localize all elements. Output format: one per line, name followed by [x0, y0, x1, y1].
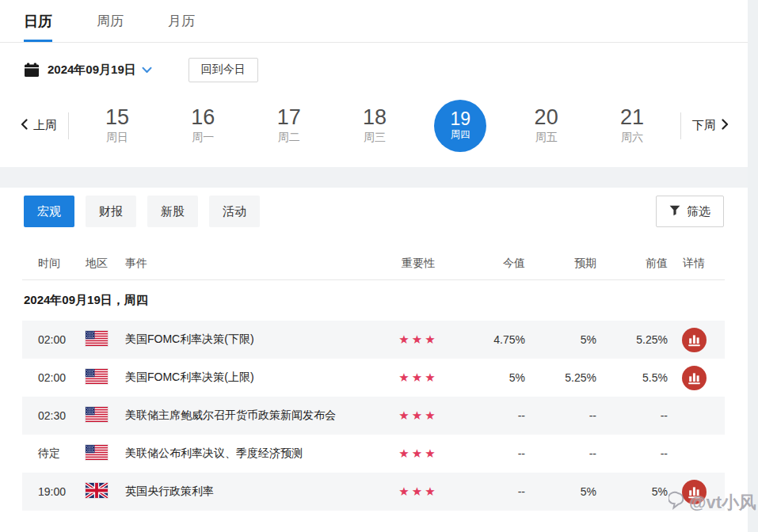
forecast-value: -- [525, 447, 596, 460]
day-number: 19 [451, 109, 471, 128]
detail-cell [668, 328, 720, 352]
previous-value: 5.25% [596, 333, 668, 346]
day-weekday: 周五 [535, 131, 558, 145]
section-separator [0, 167, 748, 188]
chevron-down-icon[interactable] [142, 66, 152, 74]
col-header-previous: 前值 [596, 256, 668, 271]
calendar-content: 宏观 财报 新股 活动 筛选 时间 地区 事件 重要性 今值 [0, 188, 748, 511]
event-rows: 02:00 美国FOMC利率决策(下限) ★★★ 4.75% 5% 5.25% [22, 321, 725, 511]
importance-stars: ★★★ [359, 408, 478, 423]
week-day[interactable]: 19 周四 [420, 100, 501, 152]
week-day-circle: 17 周二 [263, 100, 315, 152]
week-day[interactable]: 20 周五 [506, 100, 587, 152]
forecast-value: 5% [525, 485, 596, 498]
prev-week-button[interactable]: 上周 [21, 118, 57, 133]
detail-cell [668, 442, 720, 466]
bar-chart-icon[interactable] [682, 480, 707, 504]
week-day[interactable]: 18 周三 [334, 100, 415, 152]
event-title: 美国FOMC利率决策(下限) [125, 332, 359, 347]
selected-date[interactable]: 2024年09月19日 [48, 63, 136, 78]
category-button[interactable]: 新股 [147, 196, 198, 227]
calendar-icon [24, 63, 40, 78]
us-flag-icon [86, 407, 108, 422]
week-day[interactable]: 15 周日 [77, 100, 158, 152]
chevron-right-icon [722, 119, 729, 132]
filter-button-label: 筛选 [687, 204, 710, 219]
chevron-left-icon [21, 119, 28, 132]
day-number: 17 [277, 106, 301, 128]
category-button[interactable]: 财报 [86, 196, 136, 227]
event-title: 美国FOMC利率决策(上限) [125, 370, 359, 385]
event-time: 02:00 [38, 371, 86, 384]
prev-week-label: 上周 [33, 118, 57, 133]
event-time: 19:00 [38, 485, 86, 498]
week-strip: 上周 15 周日 16 周一 [0, 84, 748, 167]
event-time: 待定 [38, 446, 86, 461]
day-weekday: 周三 [364, 131, 386, 145]
back-to-today-button[interactable]: 回到今日 [189, 58, 258, 82]
col-header-event: 事件 [125, 256, 359, 271]
importance-stars: ★★★ [359, 370, 478, 385]
day-weekday: 周四 [451, 128, 470, 142]
day-number: 16 [191, 106, 215, 128]
previous-value: 5.5% [596, 371, 668, 384]
event-row[interactable]: 02:00 美国FOMC利率决策(下限) ★★★ 4.75% 5% 5.25% [22, 321, 725, 359]
actual-value: -- [478, 485, 525, 498]
week-day[interactable]: 17 周二 [249, 100, 329, 152]
events-table: 时间 地区 事件 重要性 今值 预期 前值 详情 2024年09月19日，周四 … [22, 247, 725, 511]
event-region [86, 407, 125, 424]
bar-chart-icon[interactable] [682, 328, 707, 352]
calendar-view-tab[interactable]: 月历 [168, 0, 195, 42]
category-button[interactable]: 活动 [209, 196, 260, 227]
day-weekday: 周二 [278, 131, 300, 145]
next-week-label: 下周 [692, 118, 716, 133]
week-days: 15 周日 16 周一 17 周二 [77, 100, 672, 152]
divider [68, 112, 69, 139]
date-picker-row: 2024年09月19日 回到今日 [0, 43, 748, 84]
col-header-time: 时间 [38, 256, 86, 271]
event-row[interactable]: 待定 美联储公布利率决议、季度经济预测 ★★★ -- -- -- [22, 435, 725, 473]
col-header-actual: 今值 [478, 256, 525, 271]
week-day[interactable]: 16 周一 [162, 100, 243, 152]
category-button[interactable]: 宏观 [24, 196, 74, 227]
event-region [86, 369, 125, 386]
forecast-value: -- [525, 409, 596, 422]
event-row[interactable]: 02:30 美联储主席鲍威尔召开货币政策新闻发布会 ★★★ -- -- -- [22, 397, 725, 435]
event-time: 02:00 [38, 333, 86, 346]
gb-flag-icon [86, 483, 108, 498]
day-number: 15 [105, 106, 129, 128]
actual-value: -- [478, 409, 525, 422]
week-day[interactable]: 21 周六 [592, 100, 672, 152]
detail-cell [668, 480, 720, 504]
forecast-value: 5.25% [525, 371, 596, 384]
importance-stars: ★★★ [359, 446, 478, 461]
detail-cell [668, 366, 720, 390]
actual-value: 5% [478, 371, 525, 384]
calendar-view-tab[interactable]: 日历 [24, 0, 52, 42]
week-day-circle: 16 周一 [177, 100, 229, 152]
page-right-gutter [748, 0, 758, 532]
importance-stars: ★★★ [359, 484, 478, 499]
actual-value: 4.75% [478, 333, 525, 346]
event-title: 美联储公布利率决议、季度经济预测 [125, 446, 359, 461]
event-region [86, 331, 125, 348]
event-row[interactable]: 02:00 美国FOMC利率决策(上限) ★★★ 5% 5.25% 5.5% [22, 359, 725, 397]
funnel-icon [669, 205, 680, 218]
day-number: 18 [363, 106, 387, 128]
tab-label: 周历 [97, 12, 124, 30]
event-row[interactable]: 19:00 英国央行政策利率 ★★★ -- 5% 5% [22, 473, 725, 511]
day-weekday: 周日 [106, 131, 128, 145]
event-title: 美联储主席鲍威尔召开货币政策新闻发布会 [125, 408, 359, 423]
bar-chart-icon[interactable] [682, 366, 707, 390]
col-header-region: 地区 [86, 256, 125, 271]
day-weekday: 周六 [621, 131, 643, 145]
tab-label: 月历 [168, 12, 195, 30]
previous-value: -- [596, 447, 668, 460]
tab-label: 日历 [24, 12, 52, 31]
calendar-view-tabs: 日历 周历 月历 [0, 0, 748, 43]
filter-button[interactable]: 筛选 [656, 196, 724, 227]
calendar-view-tab[interactable]: 周历 [97, 0, 124, 42]
us-flag-icon [86, 369, 108, 384]
next-week-button[interactable]: 下周 [692, 118, 729, 133]
week-day-circle: 20 周五 [520, 100, 573, 152]
